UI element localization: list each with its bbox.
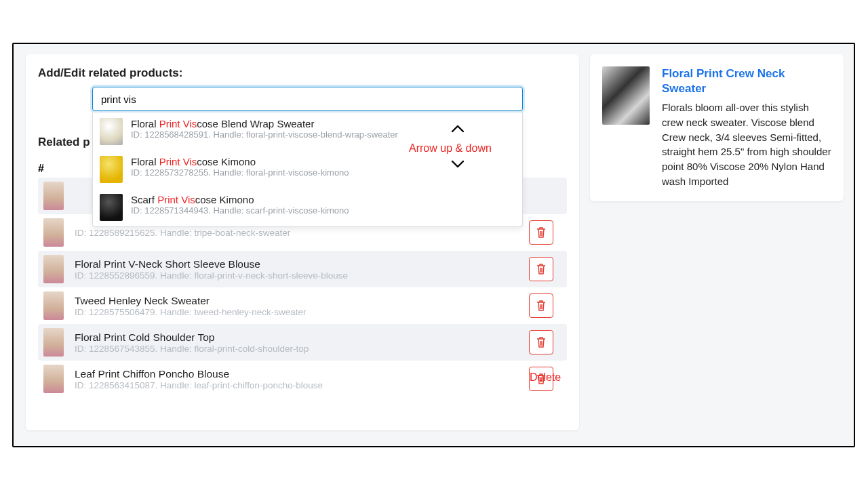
delete-button[interactable]: [529, 220, 553, 245]
product-thumb: [43, 328, 64, 357]
trash-icon: [536, 226, 547, 239]
table-row: Floral Print Cold Shoulder Top ID: 12285…: [38, 324, 567, 361]
row-name: Floral Print V-Neck Short Sleeve Blouse: [75, 258, 518, 270]
related-list-heading: Related p: [38, 136, 90, 149]
row-meta: ID: 1228563415087. Handle: leaf-print-ch…: [75, 380, 518, 390]
product-preview-card: Floral Print Crew Neck Sweater Florals b…: [590, 54, 844, 201]
product-thumb: [43, 255, 64, 283]
product-image: [602, 66, 650, 125]
trash-icon: [536, 300, 547, 312]
table-row: Tweed Henley Neck Sweater ID: 1228575506…: [38, 287, 567, 324]
search-wrap: Floral Print Viscose Blend Wrap Sweater …: [92, 87, 523, 111]
dropdown-item-meta: ID: 1228573278255. Handle: floral-print-…: [131, 167, 349, 178]
delete-button[interactable]: [529, 257, 553, 281]
delete-button[interactable]: [529, 367, 553, 391]
product-thumb: [43, 365, 64, 393]
row-name: Leaf Print Chiffon Poncho Blouse: [75, 368, 518, 380]
section-title: Add/Edit related products:: [38, 66, 567, 80]
trash-icon: [536, 373, 547, 385]
search-dropdown: Floral Print Viscose Blend Wrap Sweater …: [92, 113, 523, 227]
row-meta: ID: 1228575506479. Handle: tweed-henley-…: [75, 307, 518, 317]
row-name: Floral Print Cold Shoulder Top: [75, 331, 518, 344]
dropdown-item-meta: ID: 1228568428591. Handle: floral-print-…: [131, 129, 398, 140]
row-meta: ID: 1228552896559. Handle: floral-print-…: [75, 270, 518, 281]
dropdown-item-meta: ID: 1228571344943. Handle: scarf-print-v…: [131, 205, 349, 216]
delete-button[interactable]: [529, 330, 553, 354]
row-meta: ID: 1228567543855. Handle: floral-print-…: [75, 344, 518, 354]
app-frame: Add/Edit related products: Related p # t…: [12, 43, 855, 447]
search-input[interactable]: [92, 87, 523, 111]
product-thumb: [100, 156, 123, 183]
product-description: Florals bloom all-over this stylish crew…: [662, 100, 831, 189]
table-row: Leaf Print Chiffon Poncho Blouse ID: 122…: [38, 361, 567, 397]
product-thumb: [43, 182, 64, 210]
dropdown-item-name: Floral Print Viscose Kimono: [131, 156, 349, 167]
product-thumb: [100, 118, 123, 145]
dropdown-item[interactable]: Scarf Print Viscose Kimono ID: 122857134…: [93, 188, 522, 226]
row-meta: ID: 1228589215625. Handle: tripe-boat-ne…: [75, 228, 518, 238]
product-thumb: [43, 291, 64, 320]
dropdown-item-name: Floral Print Viscose Blend Wrap Sweater: [131, 118, 398, 129]
dropdown-item[interactable]: Floral Print Viscose Kimono ID: 12285732…: [93, 150, 522, 188]
product-thumb: [100, 194, 123, 221]
row-name: Tweed Henley Neck Sweater: [75, 295, 518, 307]
delete-button[interactable]: [529, 293, 553, 318]
column-hash: #: [38, 163, 44, 175]
related-products-card: Add/Edit related products: Related p # t…: [26, 54, 579, 430]
product-title[interactable]: Floral Print Crew Neck Sweater: [662, 66, 831, 96]
product-thumb: [43, 218, 64, 247]
dropdown-item-name: Scarf Print Viscose Kimono: [131, 194, 349, 205]
trash-icon: [536, 263, 547, 275]
trash-icon: [536, 336, 547, 348]
table-row: Floral Print V-Neck Short Sleeve Blouse …: [38, 251, 567, 287]
dropdown-item[interactable]: Floral Print Viscose Blend Wrap Sweater …: [93, 113, 522, 150]
